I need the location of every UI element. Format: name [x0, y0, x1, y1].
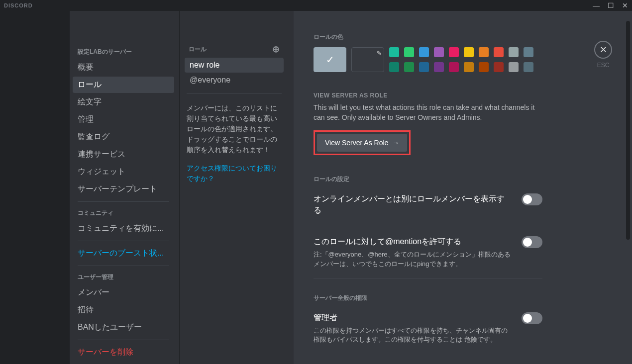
- nav-item[interactable]: BANしたユーザー: [73, 319, 174, 336]
- view-as-role-title: VIEW SERVER AS ROLE: [314, 92, 542, 99]
- settings-nav: 設定LABのサーバー 概要ロール絵文字管理監査ログ連携サービスウィジェットサーバ…: [70, 11, 179, 364]
- color-swatch[interactable]: [494, 62, 504, 72]
- nav-item[interactable]: 招待: [73, 302, 174, 318]
- close-settings[interactable]: ✕ ESC: [594, 41, 612, 69]
- color-swatch[interactable]: [509, 47, 519, 57]
- nav-item-delete-server[interactable]: サーバーを削除: [73, 344, 174, 361]
- toggle-switch[interactable]: [522, 312, 542, 324]
- nav-item[interactable]: 連携サービス: [73, 146, 174, 163]
- nav-header-community: コミュニティ: [73, 206, 174, 220]
- close-icon[interactable]: ✕: [594, 41, 612, 59]
- color-swatch[interactable]: [479, 47, 489, 57]
- roles-note: メンバーには、このリストに割り当てられている最も高いロールの色が適用されます。ド…: [185, 103, 284, 155]
- toggle-display-separately: オンラインメンバーとは別にロールメンバーを表示する: [314, 193, 542, 226]
- color-swatch[interactable]: [449, 62, 459, 72]
- view-role-btn-label: View Server As Role: [325, 139, 388, 147]
- view-as-role-desc: This will let you test what actions this…: [314, 103, 542, 122]
- color-swatch[interactable]: [389, 62, 399, 72]
- permission-administrator: 管理者 この権限を持つメンバーはすべての権限を持ち、チャンネル固有の権限もバイパ…: [314, 312, 542, 355]
- scrollbar[interactable]: [626, 21, 630, 364]
- highlight-annotation: View Server As Role →: [314, 130, 411, 155]
- role-settings-content: ✕ ESC ロールの色 ✓ ✎ VIEW SERVER AS ROLE This…: [294, 11, 632, 364]
- color-swatch[interactable]: [479, 62, 489, 72]
- close-label: ESC: [594, 62, 612, 69]
- close-window-icon[interactable]: ✕: [622, 1, 628, 9]
- color-swatch[interactable]: [389, 47, 399, 57]
- color-default[interactable]: ✓: [314, 47, 346, 72]
- nav-item[interactable]: コミュニティを有効に...: [73, 220, 174, 237]
- nav-item[interactable]: 絵文字: [73, 94, 174, 110]
- color-swatch[interactable]: [464, 62, 474, 72]
- role-settings-label: ロールの設定: [314, 175, 542, 183]
- add-role-icon[interactable]: ⊕: [272, 44, 280, 55]
- nav-header-server: 設定LABのサーバー: [73, 45, 174, 59]
- color-swatch[interactable]: [494, 47, 504, 57]
- nav-header-user-mgmt: ユーザー管理: [73, 270, 174, 284]
- nav-divider: [78, 340, 169, 340]
- roles-help-link[interactable]: アクセス権限についてお困りですか？: [185, 163, 284, 184]
- server-permissions-label: サーバー全般の権限: [314, 294, 542, 302]
- role-color-label: ロールの色: [314, 33, 542, 41]
- nav-item-boost[interactable]: サーバーのブースト状...: [73, 245, 174, 262]
- minimize-icon[interactable]: —: [593, 1, 600, 9]
- roles-divider: [187, 93, 282, 94]
- nav-item[interactable]: 監査ログ: [73, 129, 174, 145]
- nav-item[interactable]: 管理: [73, 111, 174, 128]
- color-swatch[interactable]: [404, 62, 414, 72]
- view-server-as-role-button[interactable]: View Server As Role →: [317, 134, 407, 152]
- nav-item[interactable]: ウィジェット: [73, 164, 174, 180]
- toggle-label: このロールに対して@mentionを許可する: [314, 236, 512, 247]
- guild-sidebar: [0, 11, 70, 364]
- perm-note: この権限を持つメンバーはすべての権限を持ち、チャンネル固有の権限もバイパスします…: [314, 326, 512, 344]
- color-custom-picker[interactable]: ✎: [351, 47, 384, 72]
- arrow-right-icon: →: [392, 139, 399, 147]
- nav-item[interactable]: サーバーテンプレート: [73, 181, 174, 197]
- role-item[interactable]: new role: [185, 58, 284, 73]
- color-swatch[interactable]: [524, 47, 533, 57]
- nav-item[interactable]: 概要: [73, 59, 174, 76]
- color-swatch[interactable]: [419, 47, 429, 57]
- maximize-icon[interactable]: ☐: [608, 1, 614, 9]
- perm-label: 管理者: [314, 312, 512, 323]
- toggle-note: 注:「@everyone、@here、全てのロールにメンション」権限のあるメンバ…: [314, 250, 512, 268]
- color-swatch[interactable]: [464, 47, 474, 57]
- color-swatch[interactable]: [509, 62, 519, 72]
- titlebar: DISCORD — ☐ ✕: [0, 0, 632, 11]
- toggle-allow-mention: このロールに対して@mentionを許可する 注:「@everyone、@her…: [314, 236, 542, 279]
- roles-header-label: ロール: [189, 45, 207, 54]
- toggle-switch[interactable]: [522, 236, 542, 248]
- color-swatch[interactable]: [434, 62, 444, 72]
- role-item[interactable]: @everyone: [185, 73, 284, 88]
- nav-divider: [78, 266, 169, 266]
- scrollbar-thumb[interactable]: [626, 21, 630, 240]
- window-controls: — ☐ ✕: [593, 1, 628, 9]
- color-swatch[interactable]: [524, 62, 533, 72]
- nav-item[interactable]: ロール: [73, 77, 174, 93]
- color-swatch[interactable]: [434, 47, 444, 57]
- color-swatch[interactable]: [449, 47, 459, 57]
- color-swatch[interactable]: [419, 62, 429, 72]
- roles-column: ロール ⊕ new role@everyone メンバーには、このリストに割り当…: [179, 11, 294, 364]
- nav-divider: [78, 201, 169, 202]
- toggle-label: オンラインメンバーとは別にロールメンバーを表示する: [314, 193, 512, 216]
- color-swatch[interactable]: [404, 47, 414, 57]
- toggle-switch[interactable]: [522, 193, 542, 205]
- brand-logo: DISCORD: [4, 2, 33, 8]
- nav-divider: [78, 241, 169, 241]
- nav-item[interactable]: メンバー: [73, 284, 174, 301]
